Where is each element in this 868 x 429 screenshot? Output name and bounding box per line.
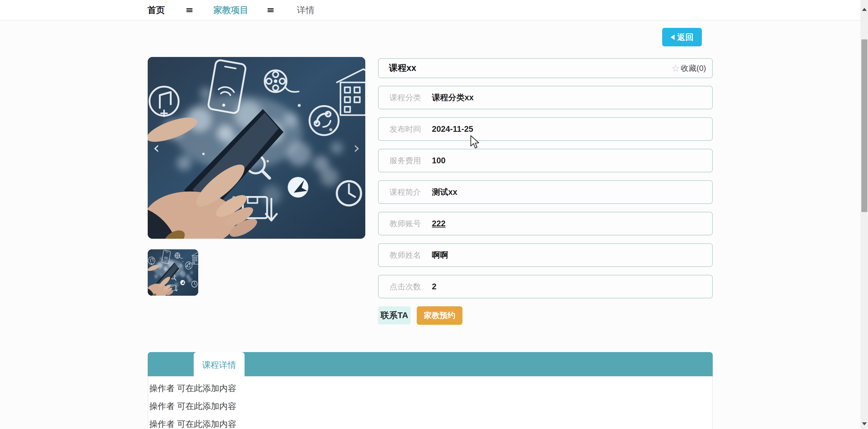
field-row-publish-date: 发布时间 2024-11-25 (378, 117, 713, 141)
field-row-intro: 课程简介 测试xx (378, 180, 713, 204)
field-value: 课程分类xx (432, 92, 474, 103)
tutor-booking-button[interactable]: 家教预约 (417, 306, 462, 325)
details-line: 操作者 可在此添加内容 (149, 420, 706, 429)
details-tab-bar: 课程详情 (148, 352, 713, 376)
contact-ta-button[interactable]: 联系TA (378, 306, 411, 324)
field-row-teacher-name: 教师姓名 啊啊 (378, 243, 713, 267)
teacher-account-link[interactable]: 222 (432, 219, 445, 228)
field-label: 发布时间 (390, 124, 432, 135)
product-title-row: 课程xx ☆ 收藏(0) (378, 58, 713, 78)
scrollbar-up-arrow-icon[interactable] (862, 8, 867, 11)
field-label: 教师账号 (390, 219, 432, 229)
field-value: 2 (432, 282, 436, 291)
product-info-panel: 课程xx ☆ 收藏(0) 课程分类 课程分类xx 发布时间 2024-11-25… (378, 58, 713, 325)
carousel-next-icon[interactable]: › (353, 140, 360, 156)
product-thumbnail[interactable] (148, 249, 198, 296)
star-outline-icon: ☆ (671, 64, 680, 73)
vertical-scrollbar (861, 0, 868, 429)
details-line: 操作者 可在此添加内容 (149, 402, 706, 411)
product-image-carousel: ‹ › (148, 57, 365, 239)
details-tab-content: 操作者 可在此添加内容 操作者 可在此添加内容 操作者 可在此添加内容 (148, 376, 713, 429)
product-thumbnail-photo (148, 249, 198, 296)
field-label: 课程分类 (390, 92, 432, 103)
tab-course-details[interactable]: 课程详情 (194, 352, 245, 378)
left-triangle-icon (671, 34, 675, 40)
field-value: 测试xx (432, 187, 457, 198)
back-button-label: 返回 (677, 32, 694, 43)
product-title: 课程xx (389, 62, 671, 74)
product-photo (148, 57, 365, 239)
scrollbar-down-arrow-icon[interactable] (862, 422, 867, 425)
scrollbar-thumb[interactable] (861, 39, 867, 212)
favorite-label: 收藏(0) (681, 63, 706, 74)
carousel-prev-icon[interactable]: ‹ (153, 140, 160, 156)
field-label: 服务费用 (390, 155, 432, 166)
field-label: 课程简介 (390, 187, 432, 198)
breadcrumb-detail: 详情 (297, 0, 314, 20)
breadcrumb-project[interactable]: 家教项目 (213, 0, 248, 20)
field-label: 点击次数 (390, 282, 432, 292)
hamburger-separator-icon (268, 8, 274, 12)
field-row-teacher-account: 教师账号 222 (378, 212, 713, 235)
course-details-section: 课程详情 操作者 可在此添加内容 操作者 可在此添加内容 操作者 可在此添加内容 (148, 352, 713, 429)
details-line: 操作者 可在此添加内容 (149, 384, 706, 393)
field-row-click-count: 点击次数 2 (378, 275, 713, 298)
breadcrumb-bar: 首页 家教项目 详情 (0, 0, 861, 21)
action-buttons-row: 联系TA 家教预约 (378, 306, 713, 325)
field-value: 100 (432, 156, 445, 165)
field-label: 教师姓名 (390, 250, 432, 261)
field-value: 2024-11-25 (432, 124, 473, 134)
field-row-category: 课程分类 课程分类xx (378, 86, 713, 109)
field-value: 啊啊 (432, 250, 448, 261)
back-button[interactable]: 返回 (662, 28, 702, 46)
favorite-button[interactable]: ☆ 收藏(0) (671, 63, 706, 74)
breadcrumb-home[interactable]: 首页 (147, 0, 165, 20)
hamburger-separator-icon (186, 8, 192, 12)
field-row-fee: 服务费用 100 (378, 149, 713, 172)
